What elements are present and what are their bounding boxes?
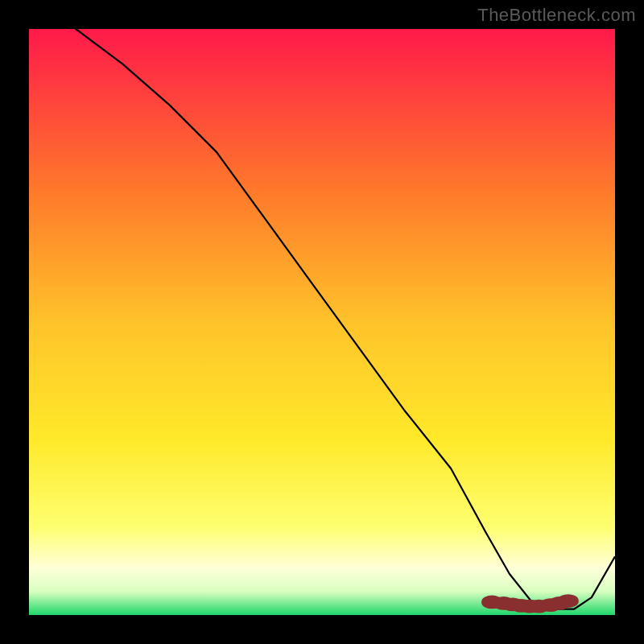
watermark-text: TheBottleneck.com [477,5,636,26]
curve-path [29,29,615,609]
bottleneck-curve [29,29,615,615]
chart-frame: TheBottleneck.com [0,0,644,644]
plot-area [29,29,615,615]
valley-marker [561,598,575,605]
